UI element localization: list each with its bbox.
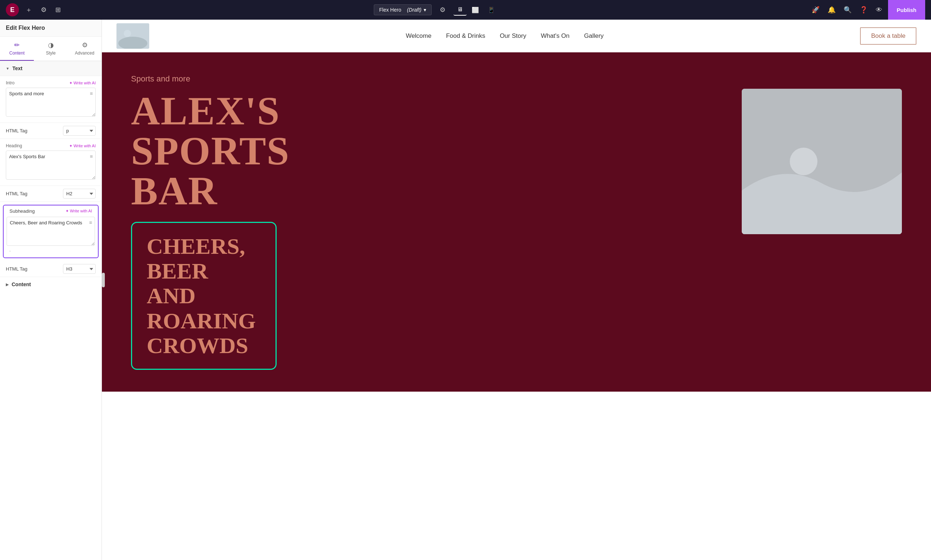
top-bar-center: Flex Hero (Draft) ▾ ⚙ 🖥 ⬜ 📱	[374, 4, 499, 16]
text-section-label: Text	[12, 65, 23, 71]
search-icon[interactable]: 🔍	[841, 4, 854, 16]
heading-html-tag-label: HTML Tag	[6, 191, 27, 196]
intro-list-icon: ≡	[90, 91, 93, 96]
publish-button[interactable]: Publish	[888, 0, 925, 20]
canvas-area: Welcome Food & Drinks Our Story What's O…	[102, 20, 931, 560]
nav-welcome[interactable]: Welcome	[406, 32, 432, 40]
nav-links: Welcome Food & Drinks Our Story What's O…	[406, 32, 604, 40]
site-logo	[116, 23, 149, 49]
intro-html-tag-row: HTML Tag ph1h2spandiv	[0, 123, 102, 139]
subheading-html-tag-label: HTML Tag	[6, 266, 27, 272]
hero-left-content: Sports and more ALEX'SSPORTSBAR CHEERS,B…	[131, 74, 720, 370]
layers-button[interactable]: ⊞	[53, 4, 63, 16]
intro-label: Intro ✦ Write with AI	[6, 80, 96, 85]
advanced-tab-icon: ⚙	[82, 41, 88, 49]
heading-write-ai-button[interactable]: ✦ Write with AI	[69, 144, 96, 148]
hero-image-placeholder	[742, 89, 902, 234]
subheading-textarea[interactable]	[6, 217, 95, 246]
site-navigation: Welcome Food & Drinks Our Story What's O…	[102, 20, 931, 52]
device-buttons: 🖥 ⬜ 📱	[454, 4, 499, 15]
subheading-inner-wrap: ≡	[6, 217, 95, 247]
subheading-html-tag-select[interactable]: H1H2H3H4	[63, 264, 96, 274]
heading-html-tag-row: HTML Tag H1H2H3H4	[0, 186, 102, 202]
intro-write-ai-button[interactable]: ✦ Write with AI	[69, 81, 96, 85]
resize-handle[interactable]	[102, 273, 105, 287]
hero-intro-text: Sports and more	[131, 74, 720, 84]
svg-point-4	[790, 148, 817, 175]
subheading-html-tag-row: HTML Tag H1H2H3H4	[0, 261, 102, 277]
hero-title-text: ALEX'SSPORTSBAR	[131, 91, 720, 211]
hero-section: Sports and more ALEX'SSPORTSBAR CHEERS,B…	[102, 52, 931, 392]
hero-right-image	[742, 74, 902, 370]
intro-field-group: Intro ✦ Write with AI ≡	[0, 76, 102, 123]
logo-image	[116, 23, 149, 49]
heading-html-tag-select[interactable]: H1H2H3H4	[63, 189, 96, 198]
intro-html-tag-select[interactable]: ph1h2spandiv	[63, 126, 96, 135]
tab-style[interactable]: ◑ Style	[34, 37, 68, 61]
top-bar-right: 🚀 🔔 🔍 ❓ 👁 Publish	[809, 0, 925, 20]
heading-textarea-wrap: ≡	[6, 151, 96, 181]
desktop-device-button[interactable]: 🖥	[454, 4, 466, 15]
intro-textarea-wrap: ≡	[6, 88, 96, 118]
text-section-header[interactable]: ▼ Text	[0, 61, 102, 76]
elementor-logo[interactable]: E	[6, 3, 19, 16]
style-tab-icon: ◑	[48, 41, 54, 49]
subheading-section: Subheading ✦ Write with AI ≡ ·	[3, 205, 99, 258]
hero-subheading-text: CHEERS,BEER ANDROARINGCROWDS	[147, 234, 261, 358]
draft-selector[interactable]: Flex Hero (Draft) ▾	[374, 5, 432, 15]
hero-image-svg	[742, 89, 902, 234]
subheading-textarea-wrap: ≡ ·	[4, 217, 98, 257]
nav-gallery[interactable]: Gallery	[584, 32, 604, 40]
subheading-write-ai-button[interactable]: ✦ Write with AI	[65, 209, 92, 214]
heading-textarea[interactable]	[6, 151, 96, 180]
heading-list-icon: ≡	[90, 154, 93, 159]
top-bar-left: E ＋ ⚙ ⊞	[6, 3, 63, 16]
nav-our-story[interactable]: Our Story	[500, 32, 526, 40]
nav-whats-on[interactable]: What's On	[541, 32, 570, 40]
preview-icon[interactable]: 👁	[874, 4, 885, 16]
sidebar-body: ▼ Text Intro ✦ Write with AI ≡ HTML Tag …	[0, 61, 102, 560]
help-icon[interactable]: ❓	[857, 4, 870, 16]
subheading-list-icon: ≡	[89, 220, 92, 225]
subheading-label-row: Subheading ✦ Write with AI	[4, 205, 98, 217]
top-bar: E ＋ ⚙ ⊞ Flex Hero (Draft) ▾ ⚙ 🖥 ⬜ 📱 🚀 🔔 …	[0, 0, 931, 20]
text-section-arrow: ▼	[6, 66, 9, 71]
settings-button[interactable]: ⚙	[39, 4, 49, 16]
mobile-device-button[interactable]: 📱	[484, 4, 499, 15]
canvas-wrapper: Welcome Food & Drinks Our Story What's O…	[102, 20, 931, 560]
subheading-label: Subheading	[9, 208, 35, 214]
heading-field-group: Heading ✦ Write with AI ≡	[0, 139, 102, 186]
svg-point-2	[124, 30, 131, 37]
book-table-button[interactable]: Book a table	[860, 27, 916, 45]
nav-food-drinks[interactable]: Food & Drinks	[446, 32, 485, 40]
rocket-icon[interactable]: 🚀	[809, 4, 822, 16]
content-section-arrow: ▶	[6, 283, 9, 286]
content-tab-icon: ✏	[14, 41, 20, 49]
add-element-button[interactable]: ＋	[23, 3, 34, 16]
hero-subheading-box: CHEERS,BEER ANDROARINGCROWDS	[131, 222, 276, 370]
sidebar-title: Edit Flex Hero	[0, 20, 102, 37]
sidebar-tabs: ✏ Content ◑ Style ⚙ Advanced	[0, 37, 102, 61]
heading-label: Heading ✦ Write with AI	[6, 143, 96, 148]
gear-icon[interactable]: ⚙	[437, 4, 448, 16]
tablet-device-button[interactable]: ⬜	[468, 4, 483, 15]
sidebar: Edit Flex Hero ✏ Content ◑ Style ⚙ Advan…	[0, 20, 102, 560]
tab-advanced[interactable]: ⚙ Advanced	[68, 37, 102, 61]
intro-html-tag-label: HTML Tag	[6, 128, 27, 134]
main-layout: Edit Flex Hero ✏ Content ◑ Style ⚙ Advan…	[0, 0, 931, 560]
content-section-label: Content	[12, 282, 31, 287]
bell-icon[interactable]: 🔔	[826, 4, 838, 16]
intro-textarea[interactable]	[6, 88, 96, 117]
content-section-header[interactable]: ▶ Content	[0, 277, 102, 292]
tab-content[interactable]: ✏ Content	[0, 37, 34, 61]
